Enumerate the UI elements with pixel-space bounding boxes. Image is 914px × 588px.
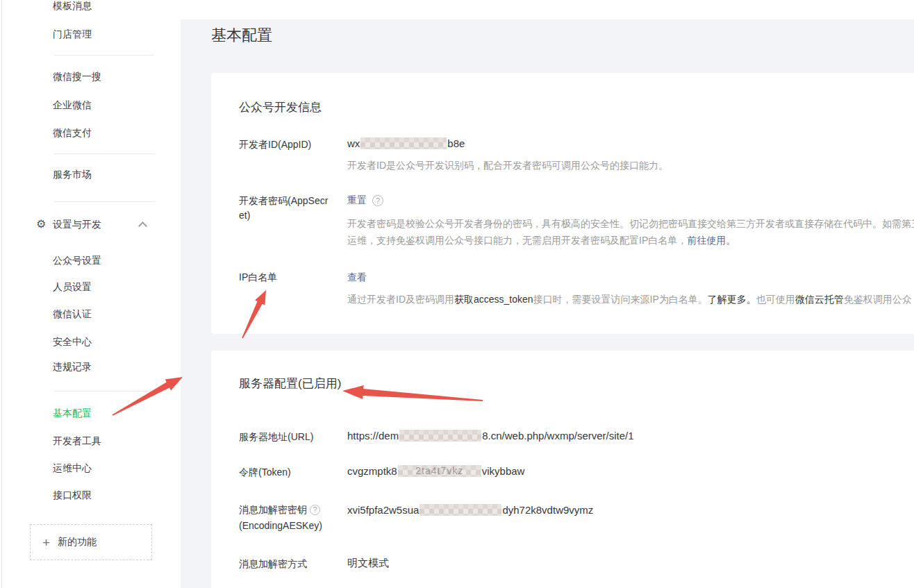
whitelist-desc-seg1: 通过开发者ID及密码调用 xyxy=(347,294,454,305)
dev-info-card: 公众号开发信息 开发者ID(AppID) wxb8e 开发者ID是公众号开发识别… xyxy=(211,73,914,334)
server-url-value: https://dem8.cn/web.php/wxmp/server/site… xyxy=(347,429,634,443)
main-content: 基本配置 公众号开发信息 开发者ID(AppID) wxb8e 开发者ID是公众… xyxy=(181,0,914,588)
reset-link[interactable]: 重置 xyxy=(347,194,367,207)
sidebar-item-account-settings[interactable]: 公众号设置 xyxy=(53,253,101,267)
sidebar-divider xyxy=(54,201,154,202)
dev-info-heading: 公众号开发信息 xyxy=(239,99,322,115)
ip-whitelist-action: 查看 xyxy=(347,270,367,284)
appsecret-description: 开发者密码是校验公众号开发者身份的密码，具有极高的安全性。切记勿把密码直接交给第… xyxy=(347,215,914,249)
appid-description: 开发者ID是公众号开发识别码，配合开发者密码可调用公众号的接口能力。 xyxy=(347,158,668,172)
sidebar-item-developer-tools[interactable]: 开发者工具 xyxy=(53,434,101,448)
sidebar-divider xyxy=(54,153,154,154)
sidebar-divider xyxy=(54,391,154,392)
sidebar-item-wecom[interactable]: 企业微信 xyxy=(53,98,92,112)
appid-value-suffix: b8e xyxy=(447,137,465,149)
aeskey-label-line1: 消息加解密密钥 xyxy=(239,503,307,517)
sidebar-item-wechat-verification[interactable]: 微信认证 xyxy=(53,307,92,321)
sidebar-item-template-message[interactable]: 模板消息 xyxy=(53,0,92,12)
server-config-heading: 服务器配置(已启用) xyxy=(239,376,341,392)
learn-more-link[interactable]: 了解更多。 xyxy=(708,294,756,305)
aeskey-suffix: dyh72k8vdtw9vymz xyxy=(502,504,593,516)
sidebar-item-ops-center[interactable]: 运维中心 xyxy=(53,461,92,475)
sidebar-edge-line xyxy=(1,0,2,588)
gear-icon: ⚙ xyxy=(36,217,46,231)
sidebar-item-wechat-search[interactable]: 微信搜一搜 xyxy=(53,69,101,83)
server-url-label: 服务器地址(URL) xyxy=(239,430,313,444)
token-prefix: cvgzmptk8 xyxy=(347,465,397,477)
view-link[interactable]: 查看 xyxy=(347,271,367,283)
header-strip xyxy=(181,0,914,19)
sidebar-item-service-market[interactable]: 服务市场 xyxy=(53,167,92,181)
whitelist-desc-seg2: 接口时，需要设置访问来源IP为白名单。 xyxy=(533,294,708,305)
chevron-up-icon[interactable] xyxy=(138,221,147,230)
sidebar: 模板消息 门店管理 微信搜一搜 企业微信 微信支付 服务市场 ⚙ 设置与开发 公… xyxy=(0,0,181,588)
aeskey-label-line1-row: 消息加解密密钥 ? xyxy=(239,503,320,517)
help-icon[interactable]: ? xyxy=(372,195,383,206)
ip-whitelist-label: IP白名单 xyxy=(239,270,277,285)
sidebar-item-api-permissions[interactable]: 接口权限 xyxy=(53,488,92,502)
sidebar-divider xyxy=(54,55,154,56)
page-title: 基本配置 xyxy=(211,25,272,46)
encrypt-mode-value: 明文模式 xyxy=(347,556,389,570)
sidebar-item-security-center[interactable]: 安全中心 xyxy=(53,335,92,348)
token-suffix: vikybbaw xyxy=(482,465,525,477)
whitelist-desc-seg3: 也可使用 xyxy=(756,294,795,305)
appsecret-desc-line1: 开发者密码是校验公众号开发者身份的密码，具有极高的安全性。切记勿把密码直接交给第… xyxy=(347,215,914,232)
plus-icon: + xyxy=(42,536,50,549)
go-use-link[interactable]: 前往使用。 xyxy=(687,235,736,246)
appsecret-actions: 重置 ? xyxy=(347,194,383,207)
token-masked-region: 2ta4t7vkz xyxy=(398,465,481,477)
server-url-prefix: https://dem xyxy=(347,430,399,442)
whitelist-desc-seg4: 免鉴权调用公众 xyxy=(844,294,912,305)
appsecret-label: 开发者密码(AppSecret) xyxy=(239,194,331,223)
appsecret-desc-line2-text: 运维，支持免鉴权调用公众号接口能力，无需启用开发者密码及配置IP白名单， xyxy=(347,235,687,246)
appid-label: 开发者ID(AppID) xyxy=(239,137,311,152)
server-url-masked-region xyxy=(399,430,481,442)
encrypt-mode-label: 消息加解密方式 xyxy=(239,557,307,571)
access-token-link[interactable]: 获取access_token xyxy=(454,294,533,305)
token-label: 令牌(Token) xyxy=(239,465,291,480)
sidebar-item-basic-config[interactable]: 基本配置 xyxy=(53,406,92,420)
new-feature-label: 新的功能 xyxy=(58,536,97,548)
sidebar-item-wechat-pay[interactable]: 微信支付 xyxy=(53,126,92,140)
sidebar-group-settings-dev[interactable]: 设置与开发 xyxy=(53,217,101,231)
appid-value-prefix: wx xyxy=(347,137,360,149)
help-icon[interactable]: ? xyxy=(310,505,320,515)
aeskey-value: xvi5fpfa2w5suadyh72k8vdtw9vymz xyxy=(347,503,593,517)
aeskey-prefix: xvi5fpfa2w5sua xyxy=(347,504,419,516)
ip-whitelist-description: 通过开发者ID及密码调用获取access_token接口时，需要设置访问来源IP… xyxy=(347,292,912,306)
sidebar-item-staff-settings[interactable]: 人员设置 xyxy=(53,280,92,294)
server-url-suffix: 8.cn/web.php/wxmp/server/site/1 xyxy=(482,430,633,442)
appsecret-desc-line2: 运维，支持免鉴权调用公众号接口能力，无需启用开发者密码及配置IP白名单，前往使用… xyxy=(347,232,914,249)
token-value: cvgzmptk82ta4t7vkzvikybbaw xyxy=(347,464,524,478)
appid-value: wxb8e xyxy=(347,137,465,151)
aeskey-masked-region xyxy=(419,504,501,516)
new-feature-button[interactable]: + 新的功能 xyxy=(30,524,152,560)
appid-masked-region xyxy=(360,137,447,149)
server-config-card: 服务器配置(已启用) 服务器地址(URL) https://dem8.cn/we… xyxy=(211,351,914,588)
sidebar-item-violation-records[interactable]: 违规记录 xyxy=(53,360,92,373)
aeskey-label-line2: (EncodingAESKey) xyxy=(239,519,322,533)
cloud-hosting-link[interactable]: 微信云托管 xyxy=(795,294,844,305)
sidebar-item-store-management[interactable]: 门店管理 xyxy=(53,27,92,41)
